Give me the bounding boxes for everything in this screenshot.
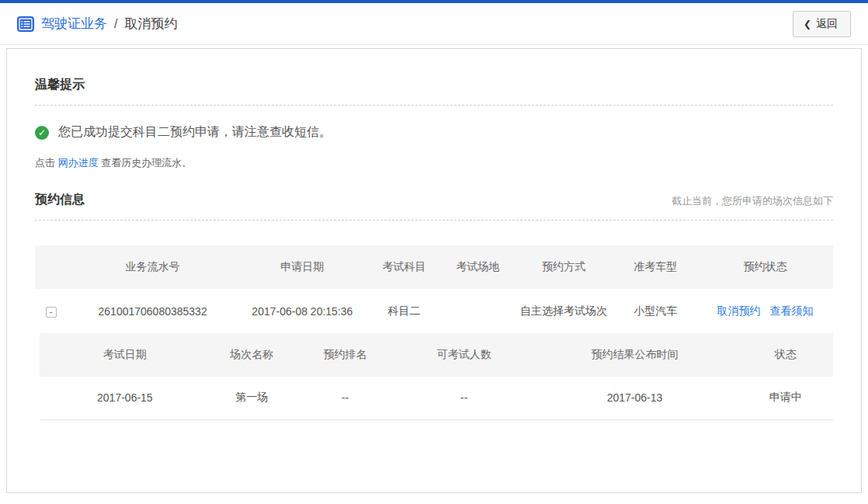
content-panel: 温馨提示 ✓ 您已成功提交科目二预约申请，请注意查收短信。 点击 网办进度 查看…	[6, 48, 862, 493]
appointment-section-head: 预约信息 截止当前，您所申请的场次信息如下	[35, 192, 833, 208]
cell-expander: -	[35, 289, 67, 333]
appointment-note: 截止当前，您所申请的场次信息如下	[672, 194, 833, 208]
cell-available-count: --	[397, 377, 532, 419]
success-message-row: ✓ 您已成功提交科目二预约申请，请注意查收短信。	[35, 124, 833, 141]
breadcrumb-cancel-appointment: 取消预约	[124, 15, 177, 33]
cell-booking-rank: --	[293, 377, 397, 419]
breadcrumb-license-business-link[interactable]: 驾驶证业务	[41, 15, 107, 33]
header-booking-method: 预约方式	[514, 245, 614, 289]
progress-hint-suffix: 查看历史办理流水。	[99, 157, 193, 169]
appointment-main-table: 业务流水号 申请日期 考试科目 考试场地 预约方式 准考车型 预约状态 - 26…	[35, 245, 833, 333]
header-vehicle-type: 准考车型	[613, 245, 697, 289]
page-header: 驾驶证业务 / 取消预约 ❮ 返回	[0, 3, 868, 45]
cell-apply-date: 2017-06-08 20:15:36	[238, 289, 366, 333]
cell-status: 申请中	[738, 377, 833, 419]
header-booking-status: 预约状态	[697, 245, 833, 289]
session-detail-table: 考试日期 场次名称 预约排名 可考试人数 预约结果公布时间 状态 2017-06…	[40, 333, 833, 420]
cell-exam-date: 2017-06-15	[40, 377, 210, 419]
header-exam-date: 考试日期	[40, 333, 210, 377]
header-serial-number: 业务流水号	[67, 245, 238, 289]
cell-booking-method: 自主选择考试场次	[514, 289, 614, 333]
header-exam-subject: 考试科目	[366, 245, 443, 289]
cell-vehicle-type: 小型汽车	[613, 289, 697, 333]
header-booking-rank: 预约排名	[293, 333, 397, 377]
cancel-appointment-link[interactable]: 取消预约	[717, 304, 761, 317]
online-progress-link[interactable]: 网办进度	[58, 157, 99, 169]
appointment-divider	[35, 220, 833, 221]
main-table-data-row: - 261001706080385332 2017-06-08 20:15:36…	[35, 289, 833, 333]
cell-session-name: 第一场	[210, 377, 293, 419]
collapse-row-toggle[interactable]: -	[46, 307, 57, 318]
list-document-icon	[17, 16, 34, 32]
cell-booking-status-actions: 取消预约查看须知	[697, 289, 833, 333]
sub-table-header-row: 考试日期 场次名称 预约排名 可考试人数 预约结果公布时间 状态	[40, 333, 833, 377]
tips-section-title: 温馨提示	[35, 49, 833, 93]
header-apply-date: 申请日期	[238, 245, 366, 289]
cell-exam-subject: 科目二	[366, 289, 443, 333]
cell-serial-number: 261001706080385332	[67, 289, 238, 333]
header-result-publish-time: 预约结果公布时间	[532, 333, 738, 377]
breadcrumb: 驾驶证业务 / 取消预约	[17, 15, 177, 33]
cell-exam-venue	[442, 289, 514, 333]
cell-result-publish-time: 2017-06-13	[532, 377, 738, 419]
view-notice-link[interactable]: 查看须知	[770, 304, 814, 317]
header-session-name: 场次名称	[210, 333, 293, 377]
success-message-text: 您已成功提交科目二预约申请，请注意查收短信。	[58, 124, 332, 141]
main-table-header-row: 业务流水号 申请日期 考试科目 考试场地 预约方式 准考车型 预约状态	[35, 245, 833, 289]
appointment-section-title: 预约信息	[35, 192, 85, 208]
progress-hint-prefix: 点击	[35, 157, 58, 169]
progress-hint-line: 点击 网办进度 查看历史办理流水。	[35, 156, 833, 170]
header-expander-spacer	[35, 245, 67, 289]
back-button-label: 返回	[816, 17, 838, 31]
success-check-icon: ✓	[35, 126, 49, 140]
header-exam-venue: 考试场地	[442, 245, 514, 289]
header-status: 状态	[738, 333, 833, 377]
header-available-count: 可考试人数	[397, 333, 532, 377]
breadcrumb-separator: /	[114, 17, 117, 31]
sub-table-data-row: 2017-06-15 第一场 -- -- 2017-06-13 申请中	[40, 377, 833, 419]
tips-divider	[35, 105, 833, 106]
chevron-left-icon: ❮	[804, 19, 811, 29]
back-button[interactable]: ❮ 返回	[793, 11, 851, 37]
